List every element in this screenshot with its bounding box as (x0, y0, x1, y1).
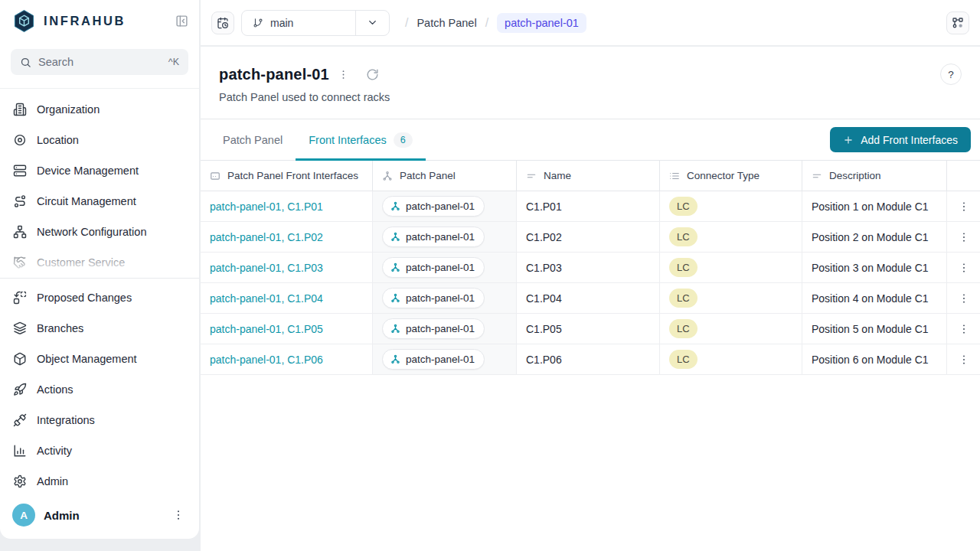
row-menu-button[interactable] (954, 350, 974, 370)
git-branch-icon (253, 18, 263, 28)
cell-name: C1.P04 (517, 283, 660, 313)
route-icon (13, 194, 27, 208)
row-menu-button[interactable] (954, 258, 974, 278)
sidebar-item-integrations[interactable]: Integrations (0, 405, 199, 435)
sidebar-item-actions[interactable]: Actions (0, 374, 199, 405)
kebab-icon (958, 262, 970, 274)
cell-name: C1.P06 (517, 344, 660, 374)
row-link[interactable]: patch-panel-01, C1.P05 (210, 323, 323, 335)
breadcrumb-separator: / (405, 16, 408, 30)
table-row[interactable]: patch-panel-01, C1.P05 patch-panel-01 C1… (201, 314, 980, 344)
sidebar-item-label: Admin (37, 475, 68, 487)
breadcrumb-item-patch-panel[interactable]: Patch Panel (416, 17, 476, 29)
search-input[interactable]: Search ^K (11, 49, 188, 75)
refresh-button[interactable] (363, 64, 383, 84)
page-title: patch-panel-01 (219, 66, 329, 83)
table-header: Patch Panel Front Interfaces Patch Panel… (201, 161, 980, 191)
cell-name: C1.P02 (517, 222, 660, 252)
sidebar-item-object-management[interactable]: Object Management (0, 344, 199, 374)
chevron-down-icon (367, 17, 378, 28)
relationship-icon (382, 171, 393, 181)
table-row[interactable]: patch-panel-01, C1.P04 patch-panel-01 C1… (201, 283, 980, 314)
patch-panel-chip[interactable]: patch-panel-01 (382, 318, 485, 339)
row-menu-button[interactable] (954, 289, 974, 308)
sidebar-item-circuit-management[interactable]: Circuit Management (0, 186, 199, 217)
cell-description: Position 2 on Module C1 (802, 222, 947, 252)
branch-selector-value[interactable]: main (242, 11, 355, 35)
patch-panel-chip[interactable]: patch-panel-01 (382, 257, 485, 278)
sidebar-item-location[interactable]: Location (0, 125, 199, 155)
breadcrumb-item-current[interactable]: patch-panel-01 (497, 13, 586, 33)
row-menu-button[interactable] (954, 319, 974, 339)
relationship-icon (390, 262, 400, 272)
relationship-icon (390, 201, 400, 211)
layers-icon (13, 321, 27, 335)
column-header-patch-panel[interactable]: Patch Panel (373, 161, 517, 191)
patch-panel-chip[interactable]: patch-panel-01 (382, 349, 485, 370)
user-menu-button[interactable] (168, 505, 188, 525)
row-menu-button[interactable] (954, 197, 974, 217)
relationship-icon (390, 324, 400, 334)
relationship-icon (390, 293, 400, 303)
infrahub-logo-icon[interactable] (12, 9, 36, 33)
title-menu-button[interactable] (334, 64, 354, 84)
patch-panel-chip[interactable]: patch-panel-01 (382, 288, 485, 308)
row-menu-button[interactable] (954, 227, 974, 247)
relationship-icon (390, 354, 400, 364)
schema-button[interactable] (946, 11, 969, 34)
kebab-icon (338, 69, 349, 80)
row-link[interactable]: patch-panel-01, C1.P02 (210, 231, 323, 243)
row-link[interactable]: patch-panel-01, C1.P01 (210, 201, 323, 213)
sidebar-item-device-management[interactable]: Device Management (0, 155, 199, 186)
cell-description: Position 3 on Module C1 (802, 253, 947, 282)
branch-selector-caret[interactable] (355, 11, 389, 35)
topbar: main / Patch Panel / patch-panel-01 (201, 0, 980, 45)
sidebar-item-proposed-changes[interactable]: Proposed Changes (0, 282, 199, 313)
tab-label: Patch Panel (223, 134, 283, 146)
column-header-name[interactable]: Name (517, 161, 660, 191)
diff-icon (13, 291, 27, 305)
kebab-icon (958, 292, 970, 305)
kebab-icon (958, 323, 970, 335)
add-front-interfaces-button[interactable]: Add Front Interfaces (830, 127, 971, 152)
column-header-front-interfaces[interactable]: Patch Panel Front Interfaces (201, 161, 373, 191)
sidebar-collapse-icon[interactable] (175, 15, 188, 28)
sidebar-item-label: Proposed Changes (37, 292, 132, 304)
handshake-icon (13, 256, 27, 269)
row-link[interactable]: patch-panel-01, C1.P03 (210, 262, 323, 274)
search-shortcut: ^K (168, 57, 179, 67)
time-travel-button[interactable] (211, 11, 234, 34)
table-row[interactable]: patch-panel-01, C1.P03 patch-panel-01 C1… (201, 253, 980, 283)
sidebar-item-label: Circuit Management (37, 195, 136, 207)
column-header-connector-type[interactable]: Connector Type (660, 161, 802, 191)
list-icon (669, 171, 680, 181)
column-header-description[interactable]: Description (802, 161, 947, 191)
patch-panel-chip[interactable]: patch-panel-01 (382, 227, 485, 247)
tab-patch-panel[interactable]: Patch Panel (210, 119, 296, 160)
connector-type-badge: LC (669, 258, 697, 277)
column-header-actions (947, 161, 980, 191)
chip-label: patch-panel-01 (406, 262, 475, 273)
table-row[interactable]: patch-panel-01, C1.P02 patch-panel-01 C1… (201, 222, 980, 253)
sidebar-item-branches[interactable]: Branches (0, 313, 199, 344)
sidebar-item-organization[interactable]: Organization (0, 94, 199, 125)
text-icon (812, 171, 822, 181)
sidebar-item-label: Actions (37, 383, 74, 396)
row-link[interactable]: patch-panel-01, C1.P06 (210, 354, 323, 366)
branch-selector[interactable]: main (241, 10, 390, 36)
sidebar-item-activity[interactable]: Activity (0, 435, 199, 466)
patch-panel-chip[interactable]: patch-panel-01 (382, 196, 485, 217)
connector-type-badge: LC (669, 289, 697, 308)
chip-label: patch-panel-01 (406, 231, 475, 243)
tab-front-interfaces[interactable]: Front Interfaces 6 (296, 119, 426, 160)
logo-row: INFRAHUB (0, 0, 199, 41)
table-row[interactable]: patch-panel-01, C1.P01 patch-panel-01 C1… (201, 191, 980, 222)
table-row[interactable]: patch-panel-01, C1.P06 patch-panel-01 C1… (201, 344, 980, 375)
sidebar-item-network-configuration[interactable]: Network Configuration (0, 217, 199, 247)
sidebar-item-admin[interactable]: Admin (0, 466, 199, 497)
connector-type-badge: LC (669, 197, 697, 216)
row-link[interactable]: patch-panel-01, C1.P04 (210, 292, 323, 305)
calendar-clock-icon (217, 17, 229, 29)
sidebar-item-customer-service[interactable]: Customer Service (0, 247, 199, 278)
help-button[interactable]: ? (940, 64, 962, 85)
